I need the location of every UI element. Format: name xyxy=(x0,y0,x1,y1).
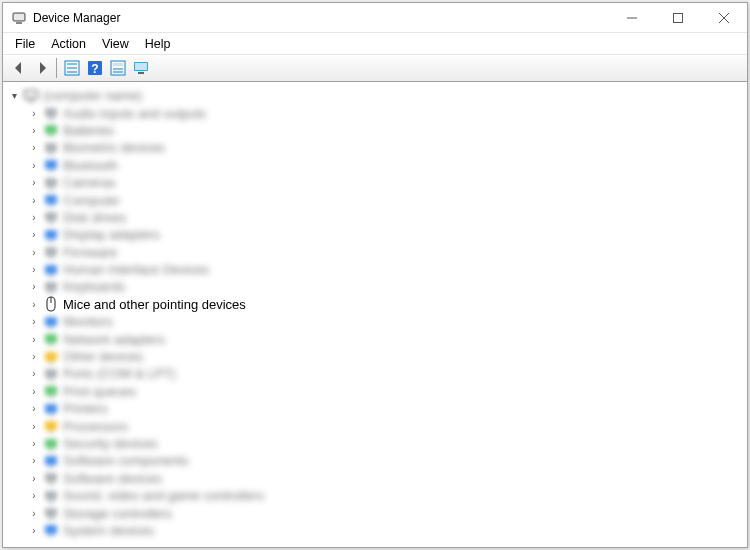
device-category-icon xyxy=(43,105,59,121)
chevron-right-icon: › xyxy=(27,473,41,484)
svg-rect-23 xyxy=(45,178,57,187)
help-button[interactable]: ? xyxy=(83,57,106,79)
tree-item[interactable]: ›Software devices xyxy=(3,470,747,487)
menu-help[interactable]: Help xyxy=(137,33,179,54)
svg-rect-25 xyxy=(45,195,57,204)
svg-rect-41 xyxy=(45,334,57,343)
monitor-scan-icon xyxy=(133,60,149,76)
svg-rect-22 xyxy=(48,170,54,172)
computer-icon xyxy=(23,88,39,104)
svg-rect-29 xyxy=(45,230,57,239)
device-category-icon xyxy=(43,122,59,138)
tree-item[interactable]: ›Computer xyxy=(3,191,747,208)
mouse-icon xyxy=(43,296,59,312)
tree-item[interactable]: ›Software components xyxy=(3,452,747,469)
svg-rect-58 xyxy=(48,483,54,485)
device-category-icon xyxy=(43,175,59,191)
help-icon: ? xyxy=(87,60,103,76)
tree-item-label: Audio inputs and outputs xyxy=(63,107,206,120)
svg-rect-54 xyxy=(48,449,54,451)
tree-item-label: Processors xyxy=(63,420,128,433)
tree-item[interactable]: ›Human Interface Devices xyxy=(3,261,747,278)
menubar: File Action View Help xyxy=(3,33,747,55)
tree-item[interactable]: ›Monitors xyxy=(3,313,747,330)
back-button[interactable] xyxy=(7,57,30,79)
svg-rect-51 xyxy=(45,421,57,430)
tree-item[interactable]: ›Bluetooth xyxy=(3,157,747,174)
device-category-icon xyxy=(43,418,59,434)
properties-button[interactable] xyxy=(106,57,129,79)
tree-item[interactable]: ›Network adapters xyxy=(3,330,747,347)
svg-rect-50 xyxy=(48,414,54,416)
close-button[interactable] xyxy=(701,3,747,32)
tree-item[interactable]: ›Processors xyxy=(3,417,747,434)
tree-item-label: Ports (COM & LPT) xyxy=(63,367,176,380)
chevron-right-icon: › xyxy=(27,455,41,466)
tree-item-mice[interactable]: ›Mice and other pointing devices xyxy=(3,296,747,313)
device-category-icon xyxy=(43,453,59,469)
svg-rect-13 xyxy=(26,91,37,97)
svg-rect-26 xyxy=(48,205,54,207)
chevron-right-icon: › xyxy=(27,142,41,153)
chevron-right-icon: › xyxy=(27,508,41,519)
chevron-right-icon: › xyxy=(27,108,41,119)
device-category-icon xyxy=(43,140,59,156)
tree-item-label: Printers xyxy=(63,402,108,415)
device-manager-window: Device Manager File Action View Help xyxy=(2,2,748,548)
tree-item[interactable]: ›Disk drives xyxy=(3,209,747,226)
device-tree[interactable]: ▾(computer name)›Audio inputs and output… xyxy=(3,83,747,547)
svg-rect-28 xyxy=(48,222,54,224)
tree-item[interactable]: ›Display adapters xyxy=(3,226,747,243)
titlebar: Device Manager xyxy=(3,3,747,33)
tree-item-label: Keyboards xyxy=(63,280,125,293)
tree-item[interactable]: ›Biometric devices xyxy=(3,139,747,156)
tree-item-label: Biometric devices xyxy=(63,141,165,154)
maximize-button[interactable] xyxy=(655,3,701,32)
tree-item-label: Computer xyxy=(63,194,120,207)
chevron-down-icon: ▾ xyxy=(7,90,21,101)
scan-hardware-button[interactable] xyxy=(129,57,152,79)
tree-item[interactable]: ›Other devices xyxy=(3,348,747,365)
svg-rect-63 xyxy=(45,525,57,534)
tree-item[interactable]: ›Ports (COM & LPT) xyxy=(3,365,747,382)
svg-rect-11 xyxy=(138,72,144,74)
svg-rect-16 xyxy=(48,118,54,120)
tree-item[interactable]: ›Print queues xyxy=(3,383,747,400)
tree-item[interactable]: ›Batteries xyxy=(3,122,747,139)
svg-text:?: ? xyxy=(91,62,98,76)
chevron-right-icon: › xyxy=(27,490,41,501)
tree-item[interactable]: ›Sound, video and game controllers xyxy=(3,487,747,504)
tree-item[interactable]: ›Firmware xyxy=(3,244,747,261)
menu-action[interactable]: Action xyxy=(43,33,94,54)
tree-item[interactable]: ›Security devices xyxy=(3,435,747,452)
tree-item-label: System devices xyxy=(63,524,154,537)
svg-rect-55 xyxy=(45,456,57,465)
svg-rect-56 xyxy=(48,466,54,468)
device-category-icon xyxy=(43,157,59,173)
device-category-icon xyxy=(43,349,59,365)
svg-rect-61 xyxy=(45,508,57,517)
toolbar-separator xyxy=(56,58,57,78)
tree-item[interactable]: ›Audio inputs and outputs xyxy=(3,104,747,121)
svg-rect-52 xyxy=(48,431,54,433)
chevron-right-icon: › xyxy=(27,421,41,432)
menu-view[interactable]: View xyxy=(94,33,137,54)
tree-item[interactable]: ›Printers xyxy=(3,400,747,417)
tree-item[interactable]: ›System devices xyxy=(3,522,747,539)
show-hidden-button[interactable] xyxy=(60,57,83,79)
svg-rect-31 xyxy=(45,247,57,256)
device-category-icon xyxy=(43,331,59,347)
svg-rect-46 xyxy=(48,379,54,381)
forward-button[interactable] xyxy=(30,57,53,79)
device-category-icon xyxy=(43,279,59,295)
menu-file[interactable]: File xyxy=(7,33,43,54)
tree-item[interactable]: ›Storage controllers xyxy=(3,504,747,521)
minimize-button[interactable] xyxy=(609,3,655,32)
tree-item[interactable]: ›Cameras xyxy=(3,174,747,191)
chevron-right-icon: › xyxy=(27,334,41,345)
tree-item[interactable]: ›Keyboards xyxy=(3,278,747,295)
svg-rect-14 xyxy=(28,100,34,102)
svg-rect-44 xyxy=(48,362,54,364)
svg-rect-43 xyxy=(45,352,57,361)
tree-root[interactable]: ▾(computer name) xyxy=(3,87,747,104)
